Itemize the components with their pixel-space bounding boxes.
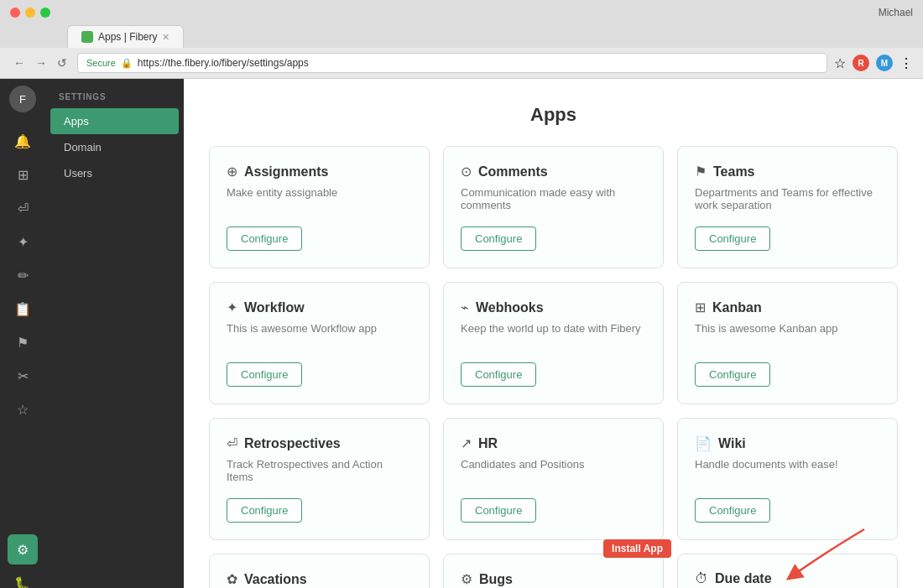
icon-sidebar: F 🔔 ⊞ ⏎ ✦ ✏ 📋 ⚑ ✂ ☆ ⚙ 🐛 [0,79,45,588]
app-card-header: ⚑Teams [695,164,880,180]
sidebar-icon-notifications[interactable]: 🔔 [8,126,38,156]
reload-button[interactable]: ↺ [54,55,70,71]
app-name: Due date [715,571,772,586]
app-card-retrospectives: ⏎RetrospectivesTrack Retrospectives and … [209,418,430,540]
app-card-bugs: ⚙BugsTrack Bugs. Easy!Install app [443,554,664,588]
app-name: Vacations [244,572,307,587]
app-card-header: ⌁Webhooks [461,299,646,315]
sidebar-icon-settings[interactable]: ⚙ [8,534,38,565]
app-card-header: ⊞Kanban [695,299,880,315]
sidebar-icon-apps[interactable]: ⊞ [8,159,38,190]
nav-buttons: ← → ↺ [10,55,70,71]
traffic-lights [10,8,50,18]
sidebar-icon-star[interactable]: ☆ [8,394,38,424]
sidebar-icon-pages[interactable]: 📋 [8,294,38,324]
menu-icon[interactable]: ⋮ [900,55,913,71]
configure-button[interactable]: Configure [227,362,302,387]
app-card-vacations: ✿VacationsVacations and sick days tracki… [209,554,430,588]
app-name: Wiki [718,436,746,451]
app-description: Candidates and Positions [461,458,646,485]
app-card-comments: ⊙CommentsCommunication made easy with co… [443,146,664,268]
close-button[interactable] [10,8,20,18]
minimize-button[interactable] [25,8,35,18]
configure-button[interactable]: Configure [695,226,770,251]
app-icon-bugs: ⚙ [461,571,472,587]
app-description: This is awesome Workflow app [227,322,412,349]
app-name: Teams [713,164,755,180]
app-card-header: ↗HR [461,435,646,451]
sidebar-item-domain[interactable]: Domain [50,134,179,160]
sidebar-icon-workflow[interactable]: ✦ [8,226,38,257]
install-app-label: Install App [603,539,671,558]
app-card-webhooks: ⌁WebhooksKeep the world up to date with … [443,282,664,404]
main-content: Apps ⊕AssignmentsMake entity assignableC… [184,79,923,588]
user-avatar-2: M [876,55,893,71]
app-icon-hr: ↗ [461,435,472,451]
star-icon[interactable]: ☆ [834,55,846,71]
app-card-hr: ↗HRCandidates and PositionsConfigure [443,418,664,540]
app-card-workflow: ✦WorkflowThis is awesome Workflow appCon… [209,282,430,404]
app-card-header: ⏱Due date [695,571,880,586]
configure-button[interactable]: Configure [227,226,302,251]
settings-sidebar: SETTINGS Apps Domain Users [45,79,184,588]
address-actions: ☆ R M ⋮ [834,55,913,71]
address-input[interactable]: Secure 🔒 https://the.fibery.io/fibery/se… [77,53,827,73]
page-title: Apps [209,104,898,126]
maximize-button[interactable] [40,8,50,18]
app-name: Webhooks [476,300,544,315]
configure-button[interactable]: Configure [461,226,536,251]
tab-title: Apps | Fibery [98,31,157,43]
app-name: Assignments [244,164,328,180]
app-card-header: ⚙Bugs [461,571,646,587]
sidebar-item-apps[interactable]: Apps [50,108,179,134]
secure-badge: Secure [86,58,116,68]
app-description: Keep the world up to date with Fibery [461,322,646,349]
app-icon-comments: ⊙ [461,164,472,180]
app-layout: F 🔔 ⊞ ⏎ ✦ ✏ 📋 ⚑ ✂ ☆ ⚙ 🐛 SETTINGS Apps Do… [0,79,923,588]
address-bar: ← → ↺ Secure 🔒 https://the.fibery.io/fib… [0,48,923,78]
sidebar-icon-edit[interactable]: ✏ [8,260,38,290]
app-icon-workflow: ✦ [227,299,237,315]
app-name: Kanban [712,300,762,315]
app-icon-retrospectives: ⏎ [227,435,237,451]
app-card-header: ✦Workflow [227,299,412,315]
url-text: https://the.fibery.io/fibery/settings/ap… [138,57,309,69]
app-name: Bugs [479,572,513,587]
user-avatar[interactable]: F [9,86,36,112]
forward-button[interactable]: → [32,55,50,71]
settings-label: SETTINGS [45,89,184,108]
app-card-teams: ⚑TeamsDepartments and Teams for effectiv… [677,146,898,268]
sidebar-icon-flag[interactable]: ⚑ [8,327,38,357]
app-card-header: ⏎Retrospectives [227,435,412,451]
app-icon-assignments: ⊕ [227,164,237,180]
app-card-due-date: ⏱Due dateHandle Due date somehow...Insta… [677,554,898,588]
app-card-header: ⊕Assignments [227,164,412,180]
browser-chrome: Michael Apps | Fibery ✕ ← → ↺ Secure 🔒 h… [0,0,923,79]
sidebar-icon-history[interactable]: ⏎ [8,193,38,223]
configure-button[interactable]: Configure [227,498,302,523]
sidebar-icon-bug[interactable]: 🐛 [8,568,38,588]
tab-close-icon[interactable]: ✕ [162,32,169,43]
app-card-header: ⊙Comments [461,164,646,180]
configure-button[interactable]: Configure [461,362,536,387]
tab-favicon [81,31,93,43]
title-bar: Michael [0,0,923,25]
app-card-header: 📄Wiki [695,435,880,451]
sidebar-icon-scissors[interactable]: ✂ [8,361,38,391]
browser-tab[interactable]: Apps | Fibery ✕ [67,25,184,48]
app-card-header: ✿Vacations [227,571,412,587]
configure-button[interactable]: Configure [695,362,770,387]
app-name: HR [478,436,498,451]
back-button[interactable]: ← [10,55,29,71]
app-icon-webhooks: ⌁ [461,299,469,315]
app-card-kanban: ⊞KanbanThis is awesome Kanban appConfigu… [677,282,898,404]
configure-button[interactable]: Configure [461,498,536,523]
app-icon-wiki: 📄 [695,435,712,451]
app-description: This is awesome Kanban app [695,322,880,349]
app-description: Communication made easy with comments [461,186,646,213]
app-name: Retrospectives [244,436,341,451]
configure-button[interactable]: Configure [695,498,770,523]
app-name: Workflow [244,300,305,315]
sidebar-item-users[interactable]: Users [50,160,179,186]
app-card-wiki: 📄WikiHandle documents with ease!Configur… [677,418,898,540]
